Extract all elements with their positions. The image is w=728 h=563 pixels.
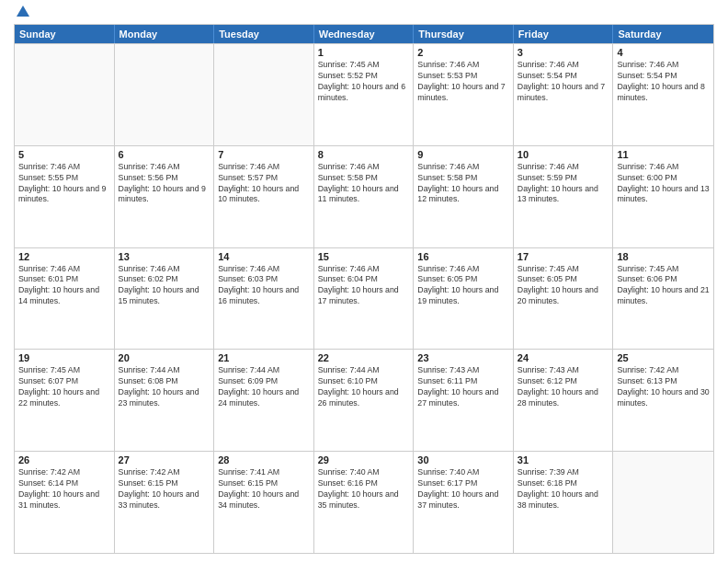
cal-cell: 16Sunrise: 7:46 AM Sunset: 6:05 PM Dayli… (414, 248, 514, 350)
cal-cell: 4Sunrise: 7:46 AM Sunset: 5:54 PM Daylig… (613, 44, 713, 145)
cal-cell: 29Sunrise: 7:40 AM Sunset: 6:16 PM Dayli… (314, 452, 415, 553)
cell-info-text: Sunrise: 7:45 AM Sunset: 5:52 PM Dayligh… (318, 60, 410, 104)
cell-info-text: Sunrise: 7:42 AM Sunset: 6:15 PM Dayligh… (119, 467, 210, 511)
cell-info-text: Sunrise: 7:46 AM Sunset: 6:01 PM Dayligh… (18, 264, 110, 308)
cell-day-number: 19 (18, 352, 110, 363)
cell-info-text: Sunrise: 7:46 AM Sunset: 6:04 PM Dayligh… (318, 264, 410, 308)
cal-header-cell-thursday: Thursday (414, 25, 514, 43)
cal-cell: 17Sunrise: 7:45 AM Sunset: 6:05 PM Dayli… (514, 248, 614, 350)
cell-info-text: Sunrise: 7:45 AM Sunset: 6:06 PM Dayligh… (617, 264, 710, 308)
cell-info-text: Sunrise: 7:46 AM Sunset: 5:56 PM Dayligh… (119, 162, 210, 206)
cal-cell: 3Sunrise: 7:46 AM Sunset: 5:54 PM Daylig… (514, 44, 614, 145)
cell-day-number: 5 (18, 149, 110, 160)
cell-day-number: 31 (518, 454, 609, 465)
cal-cell: 6Sunrise: 7:46 AM Sunset: 5:56 PM Daylig… (115, 146, 215, 247)
cell-day-number: 3 (518, 47, 609, 58)
cal-cell (214, 44, 314, 145)
cal-cell: 25Sunrise: 7:42 AM Sunset: 6:13 PM Dayli… (613, 350, 713, 451)
cal-header-cell-saturday: Saturday (613, 25, 713, 43)
cal-header-cell-monday: Monday (115, 25, 215, 43)
cell-info-text: Sunrise: 7:46 AM Sunset: 5:54 PM Dayligh… (617, 60, 710, 104)
cell-day-number: 12 (18, 251, 110, 262)
cell-info-text: Sunrise: 7:46 AM Sunset: 5:55 PM Dayligh… (18, 162, 110, 206)
cell-day-number: 16 (417, 251, 509, 262)
cal-row-4: 26Sunrise: 7:42 AM Sunset: 6:14 PM Dayli… (15, 451, 713, 553)
cell-info-text: Sunrise: 7:39 AM Sunset: 6:18 PM Dayligh… (518, 467, 609, 511)
cal-cell: 14Sunrise: 7:46 AM Sunset: 6:03 PM Dayli… (214, 248, 314, 350)
cal-cell: 28Sunrise: 7:41 AM Sunset: 6:15 PM Dayli… (214, 452, 314, 553)
cell-info-text: Sunrise: 7:46 AM Sunset: 5:58 PM Dayligh… (417, 162, 509, 206)
calendar: SundayMondayTuesdayWednesdayThursdayFrid… (14, 24, 714, 554)
cal-cell: 20Sunrise: 7:44 AM Sunset: 6:08 PM Dayli… (115, 350, 215, 451)
cal-header-cell-tuesday: Tuesday (214, 25, 314, 43)
cell-day-number: 17 (518, 251, 609, 262)
cal-header-cell-friday: Friday (514, 25, 614, 43)
cell-day-number: 7 (218, 149, 310, 160)
cell-info-text: Sunrise: 7:42 AM Sunset: 6:14 PM Dayligh… (18, 467, 110, 511)
cal-cell: 1Sunrise: 7:45 AM Sunset: 5:52 PM Daylig… (314, 44, 415, 145)
cell-day-number: 18 (617, 251, 710, 262)
cell-day-number: 1 (318, 47, 410, 58)
cell-day-number: 6 (119, 149, 210, 160)
cal-cell: 2Sunrise: 7:46 AM Sunset: 5:53 PM Daylig… (414, 44, 514, 145)
cal-cell: 21Sunrise: 7:44 AM Sunset: 6:09 PM Dayli… (214, 350, 314, 451)
cell-info-text: Sunrise: 7:40 AM Sunset: 6:16 PM Dayligh… (318, 467, 410, 511)
logo-icon (15, 4, 31, 20)
cell-day-number: 10 (518, 149, 609, 160)
cal-cell: 22Sunrise: 7:44 AM Sunset: 6:10 PM Dayli… (314, 350, 415, 451)
header (14, 9, 714, 17)
cell-info-text: Sunrise: 7:43 AM Sunset: 6:12 PM Dayligh… (518, 365, 609, 409)
cal-cell: 30Sunrise: 7:40 AM Sunset: 6:17 PM Dayli… (414, 452, 514, 553)
cal-cell: 5Sunrise: 7:46 AM Sunset: 5:55 PM Daylig… (15, 146, 115, 247)
cell-day-number: 29 (318, 454, 410, 465)
cal-header-cell-sunday: Sunday (15, 25, 115, 43)
calendar-body: 1Sunrise: 7:45 AM Sunset: 5:52 PM Daylig… (15, 43, 713, 553)
cell-day-number: 22 (318, 352, 410, 363)
cell-info-text: Sunrise: 7:46 AM Sunset: 5:59 PM Dayligh… (518, 162, 609, 206)
cell-day-number: 28 (218, 454, 310, 465)
cal-row-1: 5Sunrise: 7:46 AM Sunset: 5:55 PM Daylig… (15, 145, 713, 247)
cal-cell: 11Sunrise: 7:46 AM Sunset: 6:00 PM Dayli… (613, 146, 713, 247)
cal-row-0: 1Sunrise: 7:45 AM Sunset: 5:52 PM Daylig… (15, 43, 713, 145)
cell-day-number: 24 (518, 352, 609, 363)
cell-info-text: Sunrise: 7:44 AM Sunset: 6:09 PM Dayligh… (218, 365, 310, 409)
svg-marker-0 (17, 6, 29, 17)
cal-cell: 15Sunrise: 7:46 AM Sunset: 6:04 PM Dayli… (314, 248, 415, 350)
logo (14, 9, 31, 17)
cell-day-number: 30 (417, 454, 509, 465)
cell-day-number: 11 (617, 149, 710, 160)
cell-info-text: Sunrise: 7:46 AM Sunset: 5:53 PM Dayligh… (417, 60, 509, 104)
cell-day-number: 27 (119, 454, 210, 465)
cal-cell (15, 44, 115, 145)
cal-cell (613, 452, 713, 553)
cell-info-text: Sunrise: 7:46 AM Sunset: 6:03 PM Dayligh… (218, 264, 310, 308)
cell-day-number: 14 (218, 251, 310, 262)
cell-day-number: 25 (617, 352, 710, 363)
cell-day-number: 8 (318, 149, 410, 160)
cell-day-number: 4 (617, 47, 710, 58)
cal-cell: 8Sunrise: 7:46 AM Sunset: 5:58 PM Daylig… (314, 146, 415, 247)
cal-cell: 27Sunrise: 7:42 AM Sunset: 6:15 PM Dayli… (115, 452, 215, 553)
cell-info-text: Sunrise: 7:44 AM Sunset: 6:08 PM Dayligh… (119, 365, 210, 409)
cell-day-number: 15 (318, 251, 410, 262)
cal-cell: 7Sunrise: 7:46 AM Sunset: 5:57 PM Daylig… (214, 146, 314, 247)
cal-cell: 23Sunrise: 7:43 AM Sunset: 6:11 PM Dayli… (414, 350, 514, 451)
cell-info-text: Sunrise: 7:42 AM Sunset: 6:13 PM Dayligh… (617, 365, 710, 409)
cell-info-text: Sunrise: 7:46 AM Sunset: 5:58 PM Dayligh… (318, 162, 410, 206)
cell-info-text: Sunrise: 7:40 AM Sunset: 6:17 PM Dayligh… (417, 467, 509, 511)
cell-day-number: 21 (218, 352, 310, 363)
page: SundayMondayTuesdayWednesdayThursdayFrid… (0, 0, 728, 563)
calendar-header-row: SundayMondayTuesdayWednesdayThursdayFrid… (15, 25, 713, 43)
cal-cell: 18Sunrise: 7:45 AM Sunset: 6:06 PM Dayli… (613, 248, 713, 350)
cell-day-number: 2 (417, 47, 509, 58)
cell-info-text: Sunrise: 7:46 AM Sunset: 6:05 PM Dayligh… (417, 264, 509, 308)
cal-cell: 24Sunrise: 7:43 AM Sunset: 6:12 PM Dayli… (514, 350, 614, 451)
cell-info-text: Sunrise: 7:46 AM Sunset: 6:00 PM Dayligh… (617, 162, 710, 206)
cal-cell: 9Sunrise: 7:46 AM Sunset: 5:58 PM Daylig… (414, 146, 514, 247)
cal-row-3: 19Sunrise: 7:45 AM Sunset: 6:07 PM Dayli… (15, 349, 713, 451)
cell-info-text: Sunrise: 7:46 AM Sunset: 5:57 PM Dayligh… (218, 162, 310, 206)
cell-day-number: 26 (18, 454, 110, 465)
cal-cell: 31Sunrise: 7:39 AM Sunset: 6:18 PM Dayli… (514, 452, 614, 553)
cal-cell: 12Sunrise: 7:46 AM Sunset: 6:01 PM Dayli… (15, 248, 115, 350)
cell-day-number: 20 (119, 352, 210, 363)
